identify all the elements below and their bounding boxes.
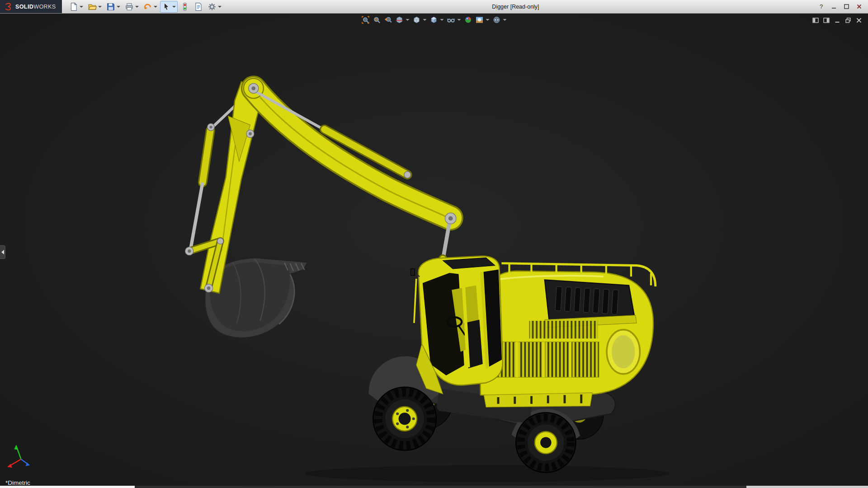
edit-appearance-icon (464, 16, 472, 24)
apply-scene-dropdown[interactable] (486, 19, 490, 21)
zoom-to-fit-icon (362, 16, 370, 24)
zoom-to-area-icon (373, 16, 381, 24)
status-bar-right-segment (746, 486, 868, 488)
rebuild-button[interactable] (179, 1, 191, 13)
titlebar: SOLIDWORKS Digger [Read-only] ? (0, 0, 868, 14)
pane-right-button[interactable] (823, 17, 830, 24)
select-icon (162, 2, 171, 11)
undo-icon (143, 2, 152, 11)
graphics-area[interactable]: *Dimetric (0, 13, 868, 486)
close-document-button[interactable] (855, 17, 863, 24)
new-document-icon (69, 2, 78, 11)
digger-3d-model-scene[interactable] (0, 13, 868, 486)
options-button[interactable] (206, 1, 223, 13)
edit-appearance-button[interactable] (464, 16, 472, 24)
minimize-icon (831, 4, 837, 9)
previous-view-icon (384, 16, 392, 24)
main-toolbar (67, 1, 223, 13)
document-window-controls (812, 17, 863, 24)
window-title: Digger [Read-only] (492, 4, 539, 10)
hide-show-items-icon (447, 16, 455, 24)
pane-right-icon (823, 17, 830, 24)
help-button[interactable]: ? (816, 2, 826, 11)
view-orientation-dropdown[interactable] (423, 19, 427, 21)
section-view-dropdown[interactable] (406, 19, 410, 21)
pane-left-icon (812, 17, 819, 24)
select-dropdown[interactable] (172, 6, 176, 8)
view-settings-icon (493, 16, 501, 24)
brand-text: SOLIDWORKS (15, 4, 56, 10)
zoom-to-area-button[interactable] (373, 16, 381, 24)
model-front-wheel[interactable] (373, 387, 436, 450)
orientation-label: *Dimetric (5, 479, 30, 486)
solidworks-logo: SOLIDWORKS (0, 0, 62, 13)
restore-document-icon (844, 17, 852, 24)
rebuild-icon (180, 2, 189, 11)
section-view-button[interactable] (396, 16, 410, 24)
close-document-icon (855, 17, 863, 24)
model-cab[interactable] (411, 256, 503, 394)
ground-shadow (304, 465, 670, 482)
display-style-button[interactable] (430, 16, 444, 24)
display-style-icon (430, 16, 438, 24)
file-properties-icon (194, 2, 203, 11)
close-icon (856, 4, 862, 9)
close-window-button[interactable] (854, 2, 864, 11)
pane-left-button[interactable] (812, 17, 819, 24)
new-document-dropdown[interactable] (80, 6, 83, 8)
status-bar-middle-segment (135, 486, 747, 488)
undo-dropdown[interactable] (154, 6, 157, 8)
hide-show-items-button[interactable] (447, 16, 461, 24)
open-button[interactable] (86, 1, 104, 13)
select-button[interactable] (160, 1, 178, 13)
zoom-to-fit-button[interactable] (362, 16, 370, 24)
print-dropdown[interactable] (135, 6, 139, 8)
options-dropdown[interactable] (218, 6, 222, 8)
maximize-icon (844, 4, 849, 9)
save-icon (106, 2, 115, 11)
heads-up-view-toolbar (362, 16, 507, 24)
maximize-window-button[interactable] (841, 2, 852, 11)
view-settings-dropdown[interactable] (503, 19, 507, 21)
minimize-document-icon (834, 17, 841, 24)
open-dropdown[interactable] (98, 6, 102, 8)
save-dropdown[interactable] (117, 6, 120, 8)
window-controls: ? (816, 2, 868, 11)
print-icon (125, 2, 134, 11)
view-orientation-button[interactable] (413, 16, 427, 24)
section-view-icon (396, 16, 404, 24)
panel-collapse-tab[interactable] (0, 245, 5, 259)
chevron-left-icon (1, 250, 4, 254)
view-settings-button[interactable] (493, 16, 507, 24)
options-icon (208, 2, 217, 11)
open-icon (88, 2, 97, 11)
minimize-document-button[interactable] (834, 17, 841, 24)
solidworks-logo-icon (4, 2, 13, 11)
status-bar (0, 486, 868, 488)
undo-button[interactable] (142, 1, 159, 13)
hide-show-items-dropdown[interactable] (458, 19, 461, 21)
status-bar-left-segment (0, 486, 135, 488)
restore-document-button[interactable] (844, 17, 852, 24)
view-orientation-icon (413, 16, 421, 24)
new-document-button[interactable] (67, 1, 85, 13)
save-button[interactable] (104, 1, 122, 13)
file-properties-button[interactable] (192, 1, 205, 13)
print-button[interactable] (123, 1, 141, 13)
model-rear-wheel[interactable] (516, 413, 576, 472)
apply-scene-icon (476, 16, 484, 24)
display-style-dropdown[interactable] (440, 19, 444, 21)
minimize-window-button[interactable] (829, 2, 839, 11)
apply-scene-button[interactable] (476, 16, 490, 24)
previous-view-button[interactable] (384, 16, 392, 24)
